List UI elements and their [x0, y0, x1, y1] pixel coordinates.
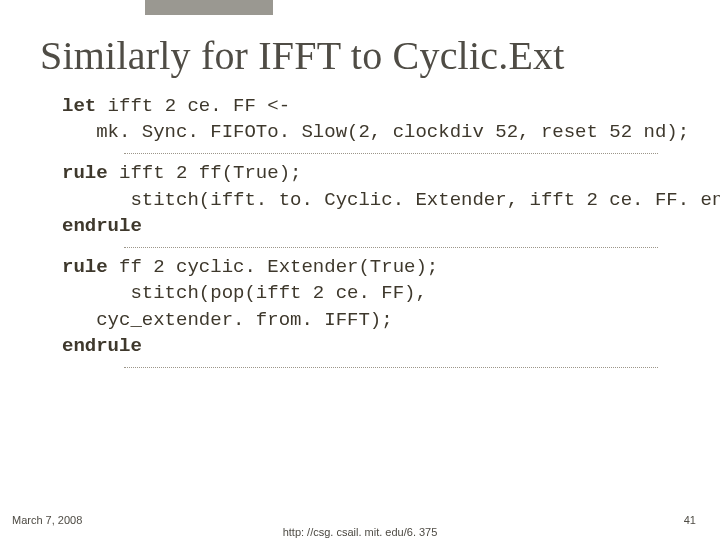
- keyword-rule: rule: [62, 162, 108, 184]
- code-line: cyc_extender. from. IFFT);: [62, 309, 393, 331]
- keyword-endrule: endrule: [62, 215, 142, 237]
- code-block-rule-1: rule ifft 2 ff(True); stitch(ifft. to. C…: [62, 160, 720, 239]
- code-line: ff 2 cyclic. Extender(True);: [108, 256, 439, 278]
- code-line: mk. Sync. FIFOTo. Slow(2, clockdiv 52, r…: [62, 121, 689, 143]
- code-line: stitch(pop(ifft 2 ce. FF),: [62, 282, 427, 304]
- footer-url: http: //csg. csail. mit. edu/6. 375: [0, 526, 720, 538]
- code-block-rule-2: rule ff 2 cyclic. Extender(True); stitch…: [62, 254, 720, 359]
- code-line: ifft 2 ff(True);: [108, 162, 302, 184]
- divider: [124, 153, 658, 154]
- code-line: stitch(ifft. to. Cyclic. Extender, ifft …: [62, 189, 720, 211]
- top-accent-bar: [145, 0, 273, 15]
- keyword-let: let: [62, 95, 96, 117]
- keyword-endrule: endrule: [62, 335, 142, 357]
- code-block-let: let ifft 2 ce. FF <- mk. Sync. FIFOTo. S…: [62, 93, 720, 145]
- slide-title: Similarly for IFFT to Cyclic.Ext: [0, 0, 720, 87]
- slide-number: 41: [684, 514, 696, 526]
- code-line: ifft 2 ce. FF <-: [96, 95, 290, 117]
- divider: [124, 247, 658, 248]
- slide-body: let ifft 2 ce. FF <- mk. Sync. FIFOTo. S…: [0, 93, 720, 368]
- divider: [124, 367, 658, 368]
- footer-date: March 7, 2008: [12, 514, 82, 526]
- keyword-rule: rule: [62, 256, 108, 278]
